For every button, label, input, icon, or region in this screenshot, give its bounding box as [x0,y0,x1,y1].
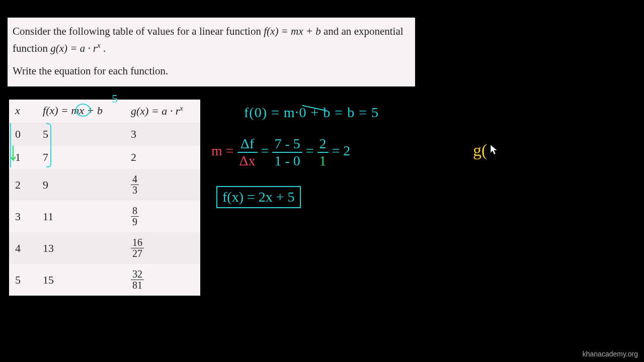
cell-fx: 13 [37,232,125,264]
annot-five: 5 [112,92,118,106]
cell-gx: 89 [125,201,200,232]
cell-gx: 2 [125,146,200,169]
frac-values: 7 - 51 - 0 [272,137,302,168]
frac-delta: ΔfΔx [237,137,258,168]
cell-gx: 3281 [125,264,200,296]
data-table: x f(x) = mx + b g(x) = a · rx 0 5 3 1 7 … [9,100,200,296]
cell-fx: 11 [37,201,125,232]
problem-gx: g(x) = a · rx [50,42,100,54]
cell-fx: 9 [37,169,125,201]
work-g-start: g( [473,141,487,160]
circle-m-annotation [75,104,91,117]
cell-gx: 43 [125,169,200,201]
problem-text-2b: . [101,42,106,54]
table-row: 5 15 3281 [9,264,200,296]
cell-x: 2 [9,169,37,201]
problem-text-3: Write the equation for each function. [13,63,410,79]
work-line-2: m = ΔfΔx = 7 - 51 - 0 = 21 = 2 [211,137,350,168]
frac-simplified: 21 [317,137,329,168]
table-row: 4 13 1627 [9,232,200,264]
col-fx-header: f(x) = mx + b [43,104,103,117]
table-row: 2 9 43 [9,169,200,201]
work-final: f(x) = 2x + 5 [216,186,301,208]
bracket-right-annotation [46,123,51,167]
cell-gx: 3 [125,123,200,146]
table-row: 1 7 2 [9,146,200,169]
table-row: 3 11 89 [9,201,200,232]
boxed-answer: f(x) = 2x + 5 [216,186,301,208]
mouse-cursor-icon [489,144,499,156]
cell-x: 4 [9,232,37,264]
problem-fx: f(x) = mx + b [264,25,321,37]
cell-x: 3 [9,201,37,232]
cell-gx: 1627 [125,232,200,264]
watermark: khanacademy.org [583,350,638,358]
eq-2: = [306,143,317,158]
cell-x: 5 [9,264,37,296]
m-label: m = [211,143,237,158]
eq-3: = 2 [332,143,351,158]
problem-text-1a: Consider the following table of values f… [13,25,264,37]
col-x-header: x [15,104,20,117]
col-gx-header: g(x) = a · rx [131,105,183,117]
eq-1: = [261,143,273,158]
problem-statement: Consider the following table of values f… [8,18,415,86]
problem-text-1b: and an [321,25,352,37]
arrow-down-annotation [10,146,18,168]
table-row: 0 5 3 [9,123,200,146]
cell-fx: 15 [37,264,125,296]
